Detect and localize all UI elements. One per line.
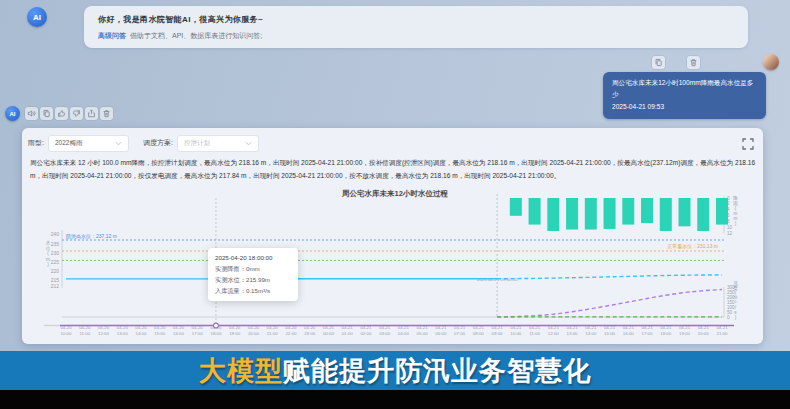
x-axis-tick: 04-2118:00 [660,325,672,336]
x-axis-tick: 04-2102:00 [360,325,372,336]
forecast-rainfall [622,198,634,225]
x-axis-tick: 04-2010:00 [60,325,72,336]
banner-text: 赋能提升防汛业务智慧化 [283,353,591,389]
x-axis-tick: 04-2107:00 [454,325,466,336]
forecast-rainfall [679,198,691,226]
slogan-banner: 大模型赋能提升防汛业务智慧化 [0,351,790,390]
advanced-qa-tag[interactable]: 高级问答 [98,32,126,39]
forecast-rainfall [641,198,653,223]
forecast-rainfall [585,198,597,230]
water-level-axis-title: 水 [46,240,51,245]
forecast-summary-text: 周公宅水库未来 12 小时 100.0 mm降雨，按控泄计划调度，最高水位为 2… [30,157,756,183]
x-axis-tick: 04-2100:00 [323,325,335,336]
fullscreen-button[interactable] [742,136,754,148]
delete-message-button[interactable] [687,56,700,69]
app-screen: AI 你好，我是甬水院智能AI，很高兴为你服务~ 高级问答借助于文档、API、数… [0,0,790,409]
chevron-down-icon [115,141,122,146]
x-axis-tick: 04-2020:00 [248,325,260,336]
advanced-qa-desc: 借助于文档、API、数据库表进行知识问答; [130,32,262,39]
dispatch-plan-value: 控泄计划 [184,139,210,148]
thumbs-up-button[interactable] [55,107,68,120]
rain-type-value: 2022梅雨 [55,139,82,148]
x-axis-tick: 04-2108:00 [473,325,485,336]
greeting-title: 你好，我是甬水院智能AI，很高兴为你服务~ [98,14,734,25]
x-axis-tick: 04-2120:00 [698,325,710,336]
rain-type-label: 雨型: [28,138,44,148]
x-axis-tick: 04-2111:00 [529,325,541,336]
normal-storage-level-label: 正常蓄水位：231.13 m [667,243,718,249]
thumbs-down-button[interactable] [70,107,83,120]
x-axis-tick: 04-2121:00 [716,325,728,336]
user-message-time: 2025-04-21 09:53 [612,101,757,113]
flood-high-level-label: 防洪高水位：237.12 m [66,233,117,240]
x-axis-tick: 04-2012:00 [98,325,110,336]
x-axis-tick: 04-2105:00 [416,325,428,336]
x-axis-tick: 04-2022:00 [285,325,297,336]
chart-tooltip: 2025-04-20 18:00:00 实测降雨：0mm 实测水位：215.99… [208,248,298,301]
tooltip-time: 2025-04-20 18:00:00 [215,252,291,263]
forecast-water-level [497,275,722,279]
x-axis-tick: 04-2103:00 [379,325,391,336]
x-axis-tick: 04-2115:00 [604,325,616,336]
forecast-rainfall [566,198,578,230]
forecast-rainfall [697,198,709,231]
water-level-axis-title: ( [47,251,49,256]
x-axis-tick: 04-2114:00 [585,325,597,336]
tooltip-row: 实测水位：215.99m [215,274,291,285]
tooltip-row: 实测降雨：0mm [215,263,291,274]
x-axis-tick: 04-2119:00 [679,325,691,336]
assistant-greeting-bubble: 你好，我是甬水院智能AI，很高兴为你服务~ 高级问答借助于文档、API、数据库表… [84,6,748,48]
x-axis-tick: 04-2110:00 [510,325,522,336]
x-axis-tick: 04-2113:00 [566,325,578,336]
x-axis-tick: 04-2109:00 [491,325,503,336]
water-level-tick: 240 [51,231,60,237]
x-axis-tick: 04-2011:00 [79,325,91,336]
assistant-avatar: AI [27,7,47,27]
chevron-down-icon [245,141,252,146]
x-axis-tick: 04-2013:00 [117,325,129,336]
rainfall-tick: 10 [727,225,733,230]
forecast-rainfall [529,198,541,225]
response-panel: 雨型: 2022梅雨 调度方案: 控泄计划 周公宅水库未来 12 小时 100.… [22,128,763,344]
water-level-tick: 220 [51,268,60,274]
read-aloud-button[interactable] [25,107,38,120]
thumbs-down-icon [72,109,81,118]
water-level-axis-title: m [46,257,50,262]
forecast-inflow [497,290,722,318]
trash-icon [102,109,111,118]
greeting-subtitle: 高级问答借助于文档、API、数据库表进行知识问答; [98,31,734,41]
plan-label: 调度方案: [143,138,173,148]
forecast-rainfall [604,198,616,229]
x-axis-tick: 04-2023:00 [304,325,316,336]
export-response-button[interactable] [85,107,98,120]
banner-highlight-text: 大模型 [199,353,283,389]
x-axis-tick: 04-2019:00 [229,325,241,336]
copy-response-button[interactable] [40,107,53,120]
time-slider-handle[interactable] [214,323,219,328]
user-message-text: 周公宅水库未来12小时100mm降雨最高水位是多少 [612,77,757,101]
water-level-axis-title: 位 [45,246,51,251]
water-level-tick: 225 [51,259,60,265]
delete-response-button[interactable] [100,107,113,120]
water-level-tick: 235 [51,241,60,247]
water-level-tick: 230 [51,250,60,256]
dispatch-plan-select[interactable]: 控泄计划 [177,135,259,152]
thumbs-up-icon [57,109,66,118]
chart-canvas: 周公宅水库未来12小时水位过程04-2010:0004-2011:0004-20… [24,186,740,340]
export-icon [87,109,96,118]
user-message-bubble: 周公宅水库未来12小时100mm降雨最高水位是多少 2025-04-21 09:… [603,72,766,119]
filter-bar: 雨型: 2022梅雨 调度方案: 控泄计划 [28,134,259,152]
copy-message-button[interactable] [652,56,665,69]
user-avatar [763,54,779,70]
forecast-rainfall [660,198,672,231]
fullscreen-icon [742,138,754,150]
x-axis-tick: 04-2104:00 [398,325,410,336]
forecast-rainfall [510,198,522,216]
water-level-chart: 周公宅水库未来12小时水位过程04-2010:0004-2011:0004-20… [24,186,740,340]
trash-icon [689,58,698,67]
rain-type-select[interactable]: 2022梅雨 [48,135,129,152]
taskbar [0,390,790,409]
water-level-axis-title: ) [47,262,49,267]
forecast-rainfall [547,198,559,231]
x-axis-tick: 04-2117:00 [641,325,653,336]
